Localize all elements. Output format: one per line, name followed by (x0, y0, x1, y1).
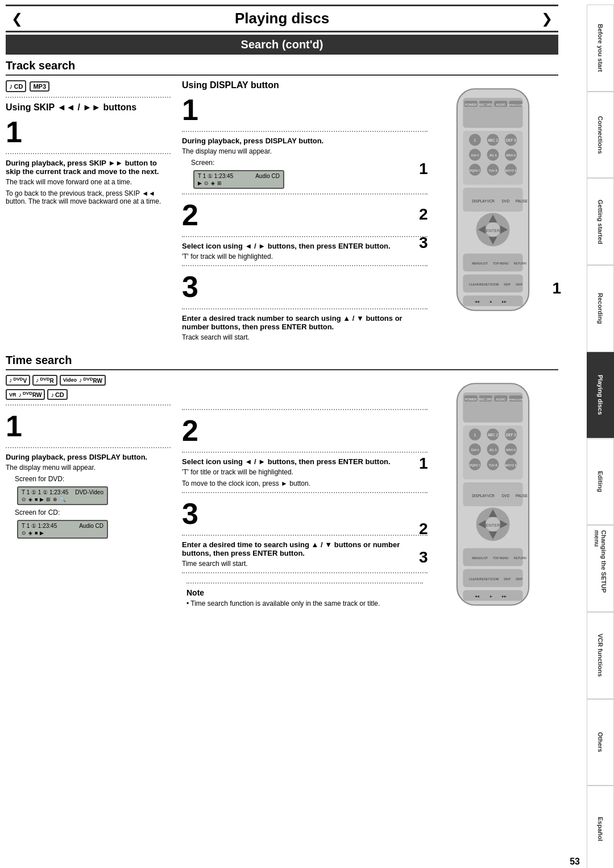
svg-text:DISPLAY: DISPLAY (472, 199, 487, 203)
svg-text:PQRS 7: PQRS 7 (470, 463, 480, 466)
sidebar-tab-editing[interactable]: Editing (587, 439, 614, 526)
screen1-right: Audio CD (255, 173, 280, 179)
step1-left-note: To go back to the previous track, press … (6, 189, 171, 205)
display-screen-cd: T 1 ① 1:23:45 Audio CD ⊙◈■▶ (17, 520, 108, 539)
svg-text:WXYZ 9: WXYZ 9 (505, 463, 517, 466)
time-step3-normal: Time search will start. (182, 560, 428, 568)
svg-text:ABC 2: ABC 2 (488, 432, 499, 436)
svg-text:GHI 4: GHI 4 (471, 448, 479, 452)
sidebar-tab-connections[interactable]: Connections (587, 92, 614, 179)
section-title: Search (cont'd) (6, 35, 558, 55)
sidebar-tab-before-you-start[interactable]: Before you start (587, 5, 614, 92)
cd-badge: ♪CD (6, 80, 26, 92)
svg-text:RETURN: RETURN (514, 556, 526, 559)
svg-text:AUDIO: AUDIO (496, 103, 505, 106)
svg-text:TUV 8: TUV 8 (489, 463, 497, 466)
svg-text:SKIP: SKIP (504, 283, 511, 286)
svg-text:REC SPD: REC SPD (479, 103, 493, 106)
svg-text:SKIP: SKIP (516, 283, 522, 286)
time-step2-bold: Select icon using ◄ / ► buttons, then pr… (182, 457, 428, 466)
step1-right-number: 1 (182, 94, 428, 126)
svg-text:PQRS 7: PQRS 7 (470, 169, 480, 172)
svg-text:TOP MENU: TOP MENU (493, 556, 509, 559)
svg-text:OPEN/CLOSE: OPEN/CLOSE (508, 104, 524, 106)
time-step2-number: 2 (182, 415, 428, 447)
svg-text:DISPLAY: DISPLAY (472, 494, 487, 498)
svg-text:DEF 3: DEF 3 (506, 432, 516, 436)
remote-svg-track: POWER REC SPD AUDIO OPEN/CLOSE 1 ABC 2 D… (436, 86, 550, 313)
display-screen-dvd: T 1 ① 1 ① 1:23:45 DVD-Video ⊙◈■▶⊞⊕🔍 (17, 486, 108, 505)
screen-dvd-icons: ⊙◈■▶⊞⊕🔍 (22, 497, 103, 502)
svg-text:JKL 5: JKL 5 (489, 448, 496, 452)
svg-text:POWER: POWER (465, 397, 476, 400)
svg-text:AUDIO: AUDIO (496, 397, 505, 400)
sidebar-tab-others[interactable]: Others (587, 699, 614, 786)
svg-text:VCR: VCR (487, 494, 495, 498)
svg-text:MENU/LIST: MENU/LIST (472, 262, 488, 265)
time-search-media-row2: VR♪DVDRW ♪CD (6, 389, 171, 400)
screen-cd-icons: ⊙◈■▶ (22, 530, 103, 536)
sidebar-tab-vcr-functions[interactable]: VCR functions (587, 612, 614, 699)
track-search-heading: Track search (6, 59, 558, 76)
svg-text:ZOOM: ZOOM (490, 283, 499, 286)
svg-text:PAUSE: PAUSE (516, 494, 528, 498)
svg-text:WXYZ 9: WXYZ 9 (505, 169, 517, 172)
screen1-left: T 1 ① 1:23:45 (198, 173, 233, 179)
time-step3-number: 3 (182, 498, 428, 530)
screen-dvd-right: DVD-Video (75, 489, 103, 495)
svg-rect-50 (463, 295, 522, 306)
remote-step1-track: 1 (419, 160, 428, 178)
screen-cd-left: T 1 ① 1:23:45 (22, 523, 57, 529)
track-search-media-icons: ♪CD MP3 (6, 80, 171, 92)
time-search-media-row1: ♪DVDV ♪DVDR Video♪DVDRW (6, 375, 171, 386)
sidebar-tab-changing-setup[interactable]: Changing the SETUP menu (587, 525, 614, 612)
remote-step2-time: 2 (419, 520, 428, 538)
step1-left-number: 1 (6, 116, 171, 148)
note-text: • Time search function is available only… (186, 600, 423, 607)
time-step1-number: 1 (6, 410, 171, 443)
remote-step2-track: 2 (419, 205, 428, 224)
dvd-rw-video-badge: Video♪DVDRW (60, 375, 106, 386)
note-title: Note (186, 588, 423, 597)
svg-text:GHI 4: GHI 4 (471, 154, 479, 157)
svg-text:TOP MENU: TOP MENU (493, 262, 509, 265)
svg-text:CLEAR/RESET: CLEAR/RESET (469, 577, 490, 580)
time-step1-bold: During playback, press DISPLAY button. (6, 453, 171, 461)
sidebar-tab-playing-discs[interactable]: Playing discs (587, 352, 614, 439)
time-step2-normal1: 'T' for title or track will be highlight… (182, 468, 428, 476)
remote-step3-time: 3 (419, 548, 428, 567)
step1-right-normal2: Screen: (191, 159, 428, 167)
cd-badge2: ♪CD (47, 389, 67, 400)
svg-text:MENU/LIST: MENU/LIST (472, 556, 488, 559)
remote-track-search: 1 2 3 1 POWER REC SPD (428, 86, 558, 345)
step1-right-bold: During playback, press DISPLAY button. (182, 137, 428, 145)
svg-text:DEF 3: DEF 3 (506, 138, 516, 142)
svg-text:PAUSE: PAUSE (516, 199, 528, 203)
dvd-v-badge: ♪DVDV (6, 375, 30, 386)
time-search-heading: Time search (6, 354, 558, 370)
right-sidebar: Before you start Connections Getting sta… (587, 5, 614, 868)
page-title: Playing discs (6, 5, 558, 32)
time-step1-normal3: Screen for CD: (15, 509, 171, 516)
svg-text:1: 1 (474, 432, 476, 436)
svg-text:▶: ▶ (490, 594, 492, 598)
svg-text:▶▶: ▶▶ (502, 300, 507, 303)
screen-cd-right: Audio CD (79, 523, 103, 529)
dvd-rw-vr-badge: VR♪DVDRW (6, 389, 45, 400)
using-display-heading: Using DISPLAY button (182, 80, 428, 90)
svg-text:◀◀: ◀◀ (475, 594, 479, 598)
remote-time-search: 1 2 3 POWER REC SPD AUDIO OPEN/CLOSE (428, 381, 558, 615)
time-step1-normal1: The display menu will appear. (6, 464, 171, 472)
sidebar-tab-recording[interactable]: Recording (587, 265, 614, 352)
step1-left-bold: During playback, press SKIP ►► button to… (6, 159, 171, 176)
svg-text:ZOOM: ZOOM (490, 577, 499, 580)
step1-right-normal1: The display menu will appear. (182, 147, 428, 155)
dvd-r-badge: ♪DVDR (32, 375, 57, 386)
svg-text:MNO 6: MNO 6 (506, 448, 516, 452)
step1-left-normal: The track will move forward one at a tim… (6, 178, 171, 186)
step2-right-bold: Select icon using ◄ / ► buttons, then pr… (182, 242, 428, 250)
sidebar-tab-espanol[interactable]: Español (587, 786, 614, 868)
svg-text:SKIP: SKIP (504, 577, 511, 580)
sidebar-tab-getting-started[interactable]: Getting started (587, 178, 614, 265)
svg-text:1: 1 (474, 138, 476, 142)
